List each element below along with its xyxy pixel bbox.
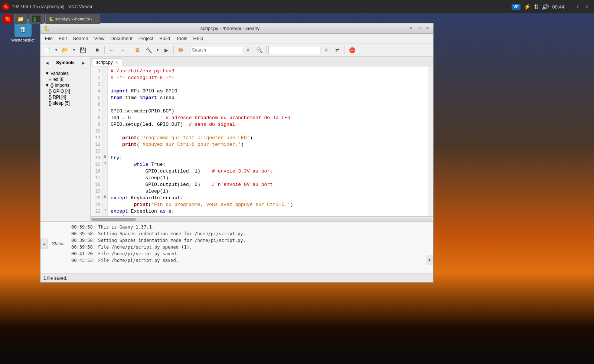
menu-build[interactable]: Build xyxy=(156,35,173,42)
find-button[interactable]: 🔍 xyxy=(254,45,264,55)
fold-20[interactable]: ⊟ xyxy=(102,193,107,200)
menu-help[interactable]: Help xyxy=(190,35,206,42)
code-line-22: except Exception as e: xyxy=(111,208,425,215)
geany-main-area: ◀ Symbols ▶ ▼ Variables ● led [8] xyxy=(40,57,433,222)
vertical-scrollbar[interactable] xyxy=(428,66,433,216)
toolbar-sep-6 xyxy=(266,46,267,54)
sidebar-item-sleep[interactable]: {} sleep [5] xyxy=(40,100,90,106)
code-line-8: led = 5 # adresse broadcom du branchemen… xyxy=(111,115,425,121)
open-dropdown-button[interactable]: ▾ xyxy=(71,45,77,55)
undo-button[interactable]: ← xyxy=(107,45,117,55)
geany-taskbar-button[interactable]: 🐍 script.py - /home/pi - ... xyxy=(45,14,100,24)
bottom-panel-controls: ▲ Status 00:39:58: This is Geany 1.37.1.… xyxy=(40,222,433,265)
menu-tools[interactable]: Tools xyxy=(173,35,190,42)
sidebar-next-button[interactable]: ▶ xyxy=(78,58,89,68)
code-line-12: print('Appuyez sur Ctrl+C pour terminer.… xyxy=(111,141,425,148)
vnc-title: 192.168.1.15 (raspberrypi) - VNC Viewer xyxy=(12,4,512,9)
menu-edit[interactable]: Edit xyxy=(56,35,70,42)
color-picker-button[interactable]: 🎨 xyxy=(176,45,186,55)
status-log: 00:39:58: This is Geany 1.37.1. 00:39:58… xyxy=(68,222,426,265)
geany-window: 🐍 script.py - /home/pi - Geany ▾ □ ✕ Fil… xyxy=(40,23,434,283)
menu-project[interactable]: Project xyxy=(136,35,156,42)
vnc-titlebar: 🍓 192.168.1.15 (raspberrypi) - VNC Viewe… xyxy=(0,0,594,13)
code-line-15: while True: xyxy=(111,161,425,168)
horizontal-scrollbar[interactable] xyxy=(91,216,433,222)
build-dropdown-button[interactable]: ▾ xyxy=(154,45,160,55)
vnc-minimize-button[interactable]: — xyxy=(567,3,574,10)
sidebar-item-gpio[interactable]: {} GPIO [4] xyxy=(40,88,90,94)
code-line-17: sleep(1) xyxy=(111,175,425,181)
code-content[interactable]: #!/usr/bin/env python3 # -*- coding:utf-… xyxy=(108,66,428,216)
toolbar-sep-1 xyxy=(90,46,90,54)
toolbar-sep-7 xyxy=(345,46,345,54)
code-line-14: try: xyxy=(111,155,425,161)
toolbar-sep-4 xyxy=(173,46,174,54)
bottom-scroll-down-button[interactable]: ▼ xyxy=(426,255,433,265)
status-panel-label: Status xyxy=(48,241,68,246)
code-editor[interactable]: 1 2 3 4 5 6 7 8 9 10 11 12 13 xyxy=(91,66,433,216)
tab-close-button[interactable]: ✕ xyxy=(115,60,118,65)
fold-14[interactable]: ⊟ xyxy=(102,153,107,160)
start-menu-button[interactable]: 🍓 xyxy=(2,14,13,24)
replace-button[interactable]: ⇄ xyxy=(332,45,343,55)
open-file-button[interactable]: 📂 xyxy=(60,45,70,55)
build-button[interactable]: 🔨 xyxy=(143,45,154,55)
editor-tab-script[interactable]: script.py ✕ xyxy=(92,58,122,66)
code-line-18: GPIO.output(led, 0) # n'envoie 0V au por… xyxy=(111,181,425,188)
sidebar-symbol-tree: ▼ Variables ● led [8] ▼ {} Imports {} GP… xyxy=(40,69,90,222)
new-dropdown-button[interactable]: ▾ xyxy=(53,45,59,55)
sidebar-symbols-tab[interactable]: Symbols xyxy=(52,60,78,65)
toolbar-sep-3 xyxy=(130,46,130,54)
geany-close-button[interactable]: ✕ xyxy=(424,26,430,32)
geany-taskbar-label: script.py - /home/pi - ... xyxy=(55,17,97,21)
log-line-3: 00:39:58: Setting Spaces indentation mod… xyxy=(71,237,423,244)
menu-search[interactable]: Search xyxy=(70,35,91,42)
sidebar-prev-button[interactable]: ◀ xyxy=(42,58,52,68)
clear-search-button[interactable]: ✕ xyxy=(243,45,253,55)
sidebar-item-imports[interactable]: ▼ {} Imports xyxy=(40,82,90,88)
geany-window-title: script.py - /home/pi - Geany xyxy=(52,26,408,31)
run-button[interactable]: ▶ xyxy=(161,45,172,55)
terminal-button[interactable]: $_ xyxy=(29,14,44,24)
vnc-maximize-button[interactable]: □ xyxy=(575,3,582,10)
code-line-9: GPIO.setup(led, GPIO.OUT) # sens du sign… xyxy=(111,121,425,128)
editor-tabs: script.py ✕ xyxy=(91,57,433,66)
menu-view[interactable]: View xyxy=(91,35,108,42)
redo-button[interactable]: → xyxy=(118,45,128,55)
bottom-scroll-up-button[interactable]: ▲ xyxy=(40,239,48,249)
clear-replace-button[interactable]: ✕ xyxy=(321,45,332,55)
preferences-button[interactable]: ⛔ xyxy=(347,45,357,55)
h-scroll-track[interactable] xyxy=(91,218,433,221)
save-file-button[interactable]: 💾 xyxy=(78,45,88,55)
fold-margin: ⊟ ⊟ ⊟ ⊟ ⊟ xyxy=(102,66,108,216)
statusbar-text: 1 file saved. xyxy=(43,276,67,281)
geany-toolbar: 📄 ▾ 📂 ▾ 💾 ✖ ← → ⚙ 🔨 ▾ ▶ 🎨 ✕ 🔍 ✕ ⇄ xyxy=(40,43,433,57)
wastebasket-label: Wastebasket xyxy=(11,38,35,42)
geany-minimize-button[interactable]: ▾ xyxy=(408,26,414,32)
sidebar-item-variables[interactable]: ▼ Variables xyxy=(40,70,90,76)
menu-file[interactable]: File xyxy=(42,35,56,42)
toolbar-sep-2 xyxy=(104,46,105,54)
line-numbers: 1 2 3 4 5 6 7 8 9 10 11 12 13 xyxy=(91,66,102,216)
file-manager-button[interactable]: 📁 xyxy=(14,14,27,24)
imports-expand-icon: ▼ xyxy=(45,83,49,88)
fold-15[interactable]: ⊟ xyxy=(102,160,107,167)
fold-22[interactable]: ⊟ xyxy=(102,207,107,213)
geany-maximize-button[interactable]: □ xyxy=(416,26,422,32)
compile-button[interactable]: ⚙ xyxy=(132,45,143,55)
new-file-button[interactable]: 📄 xyxy=(42,45,52,55)
geany-editor: script.py ✕ 1 2 3 4 5 6 xyxy=(91,57,433,222)
vnc-ve-icon: VE xyxy=(512,4,521,10)
code-line-13 xyxy=(111,148,425,155)
close-file-button[interactable]: ✖ xyxy=(92,45,102,55)
geany-titlebar: 🐍 script.py - /home/pi - Geany ▾ □ ✕ xyxy=(40,23,433,34)
h-scroll-thumb[interactable] xyxy=(91,218,136,221)
sidebar-item-rpi[interactable]: {} RPi [4] xyxy=(40,94,90,100)
variables-expand-icon: ▼ xyxy=(45,71,49,76)
menu-document[interactable]: Document xyxy=(108,35,136,42)
replace-input[interactable] xyxy=(268,46,320,54)
sidebar-item-led[interactable]: ● led [8] xyxy=(40,76,90,82)
sidebar-header: ◀ Symbols ▶ xyxy=(40,57,90,69)
vnc-close-button[interactable]: ✕ xyxy=(584,3,590,10)
search-input[interactable] xyxy=(190,46,242,54)
